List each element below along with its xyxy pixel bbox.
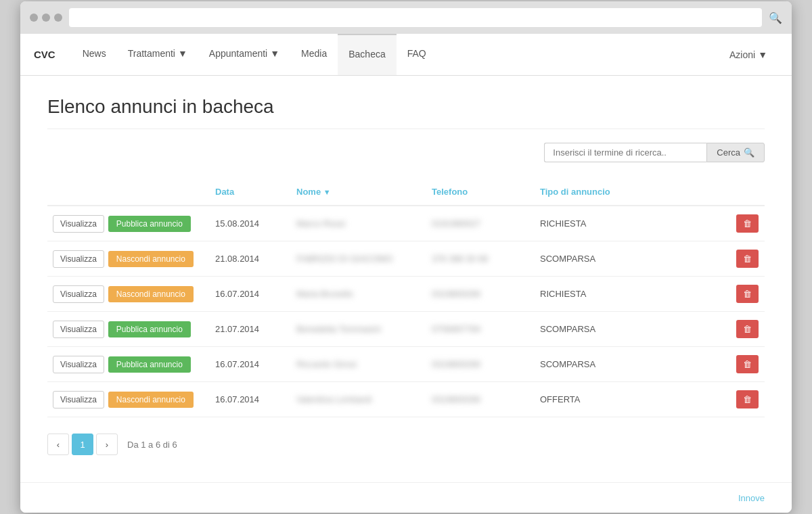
th-actions xyxy=(47,184,210,200)
chevron-down-icon: ▼ xyxy=(178,48,187,59)
nav-item-bacheca[interactable]: Bacheca xyxy=(338,34,396,75)
cell-nome: FABRIZIO DI GIACOMO xyxy=(291,250,426,268)
th-nome[interactable]: Nome ▼ xyxy=(291,184,426,200)
pagination-info: Da 1 a 6 di 6 xyxy=(127,440,177,450)
cell-nome: Marco Rossi xyxy=(291,214,426,233)
cell-tipo: RICHIESTA xyxy=(535,285,731,303)
cell-data: 15.08.2014 xyxy=(210,214,291,233)
th-tipo[interactable]: Tipo di annuncio xyxy=(535,184,731,200)
cell-data: 16.07.2014 xyxy=(210,390,291,408)
nascondi-button[interactable]: Nascondi annuncio xyxy=(108,286,194,302)
action-cell: Visualizza Nascondi annuncio xyxy=(47,387,210,413)
pagination-next[interactable]: › xyxy=(96,434,118,455)
nav-item-appuntamenti[interactable]: Appuntamenti ▼ xyxy=(198,34,290,74)
browser-chrome: 🔍 xyxy=(20,1,792,34)
cell-nome: Riccardo Girosi xyxy=(291,355,426,373)
divider xyxy=(47,128,765,129)
cell-data: 16.07.2014 xyxy=(210,285,291,303)
cell-telefono: 0319800290 xyxy=(426,390,535,408)
visualizza-button[interactable]: Visualizza xyxy=(53,321,104,338)
browser-window: 🔍 CVC News Trattamenti ▼ Appuntamenti ▼ … xyxy=(20,1,792,513)
cell-delete: 🗑 xyxy=(731,246,765,272)
action-cell: Visualizza Nascondi annuncio xyxy=(47,281,210,307)
table-row: Visualizza Pubblica annuncio 15.08.2014 … xyxy=(47,206,765,241)
table-row: Visualizza Nascondi annuncio 21.08.2014 … xyxy=(47,241,765,277)
delete-button[interactable]: 🗑 xyxy=(736,320,759,338)
address-bar[interactable] xyxy=(69,8,762,27)
nav-item-trattamenti[interactable]: Trattamenti ▼ xyxy=(117,34,198,74)
cell-tipo: SCOMPARSA xyxy=(535,355,731,373)
page-title: Elenco annunci in bacheca xyxy=(47,96,765,118)
search-input[interactable] xyxy=(544,143,706,162)
th-data[interactable]: Data xyxy=(210,184,291,200)
nav-item-faq[interactable]: FAQ xyxy=(397,34,437,74)
nav-item-news[interactable]: News xyxy=(72,34,117,74)
cell-telefono: 0319800290 xyxy=(426,355,535,373)
visualizza-button[interactable]: Visualizza xyxy=(53,356,104,373)
pagination: ‹ 1 › Da 1 a 6 di 6 xyxy=(47,434,765,455)
chevron-down-icon: ▼ xyxy=(270,48,279,59)
search-row: Cerca 🔍 xyxy=(47,143,765,162)
table-row: Visualizza Pubblica annuncio 21.07.2014 … xyxy=(47,312,765,347)
cell-telefono: 0191980027 xyxy=(426,214,535,233)
nav-actions[interactable]: Azioni ▼ xyxy=(719,36,778,74)
main-content: Elenco annunci in bacheca Cerca 🔍 Data N… xyxy=(20,76,792,482)
cell-telefono: 376 388 30 68 xyxy=(426,250,535,268)
cell-nome: Valentina Lombardi xyxy=(291,390,426,408)
delete-button[interactable]: 🗑 xyxy=(736,214,759,233)
search-icon: 🔍 xyxy=(744,147,754,158)
dot-red xyxy=(30,14,38,22)
cell-data: 21.07.2014 xyxy=(210,320,291,338)
cell-nome: Maria Brunello xyxy=(291,285,426,303)
action-cell: Visualizza Nascondi annuncio xyxy=(47,246,210,272)
action-cell: Visualizza Pubblica annuncio xyxy=(47,211,210,237)
th-telefono[interactable]: Telefono xyxy=(426,184,535,200)
search-button[interactable]: Cerca 🔍 xyxy=(706,143,765,162)
action-cell: Visualizza Pubblica annuncio xyxy=(47,352,210,377)
table-container: Data Nome ▼ Telefono Tipo di annuncio Vi… xyxy=(47,179,765,417)
footer: Innove xyxy=(20,482,792,513)
pubblica-button[interactable]: Pubblica annuncio xyxy=(108,216,191,232)
pubblica-button[interactable]: Pubblica annuncio xyxy=(108,356,191,373)
cell-telefono: 0756897784 xyxy=(426,320,535,338)
th-delete xyxy=(731,184,765,200)
chevron-down-icon: ▼ xyxy=(758,49,767,60)
cell-delete: 🗑 xyxy=(731,316,765,342)
nav-item-media[interactable]: Media xyxy=(290,34,338,74)
cell-data: 16.07.2014 xyxy=(210,355,291,373)
dot-green xyxy=(54,14,62,22)
nav-bar: CVC News Trattamenti ▼ Appuntamenti ▼ Me… xyxy=(20,34,792,76)
nascondi-button[interactable]: Nascondi annuncio xyxy=(108,392,194,408)
visualizza-button[interactable]: Visualizza xyxy=(53,250,104,268)
delete-button[interactable]: 🗑 xyxy=(736,355,759,373)
table-row: Visualizza Pubblica annuncio 16.07.2014 … xyxy=(47,347,765,382)
visualizza-button[interactable]: Visualizza xyxy=(53,285,104,303)
cell-tipo: SCOMPARSA xyxy=(535,320,731,338)
cell-delete: 🗑 xyxy=(731,351,765,377)
cell-tipo: OFFERTA xyxy=(535,390,731,408)
table-row: Visualizza Nascondi annuncio 16.07.2014 … xyxy=(47,277,765,312)
browser-search-icon[interactable]: 🔍 xyxy=(769,11,782,24)
cell-delete: 🗑 xyxy=(731,386,765,413)
cell-delete: 🗑 xyxy=(731,281,765,307)
cell-telefono: 0319800290 xyxy=(426,285,535,303)
footer-brand: Innove xyxy=(738,493,765,503)
cell-delete: 🗑 xyxy=(731,210,765,237)
pubblica-button[interactable]: Pubblica annuncio xyxy=(108,321,191,337)
visualizza-button[interactable]: Visualizza xyxy=(53,215,104,233)
pagination-page-1[interactable]: 1 xyxy=(72,434,93,455)
delete-button[interactable]: 🗑 xyxy=(736,285,759,303)
nav-brand[interactable]: CVC xyxy=(34,35,66,74)
visualizza-button[interactable]: Visualizza xyxy=(53,391,104,408)
pagination-prev[interactable]: ‹ xyxy=(47,434,69,455)
cell-tipo: SCOMPARSA xyxy=(535,250,731,268)
table-row: Visualizza Nascondi annuncio 16.07.2014 … xyxy=(47,382,765,417)
sort-icon: ▼ xyxy=(323,188,331,196)
browser-dots xyxy=(30,14,62,22)
table-header: Data Nome ▼ Telefono Tipo di annuncio xyxy=(47,179,765,206)
cell-data: 21.08.2014 xyxy=(210,250,291,268)
delete-button[interactable]: 🗑 xyxy=(736,390,759,408)
delete-button[interactable]: 🗑 xyxy=(736,250,759,268)
cell-nome: Benedetta Tommasini xyxy=(291,320,426,338)
nascondi-button[interactable]: Nascondi annuncio xyxy=(108,251,194,267)
